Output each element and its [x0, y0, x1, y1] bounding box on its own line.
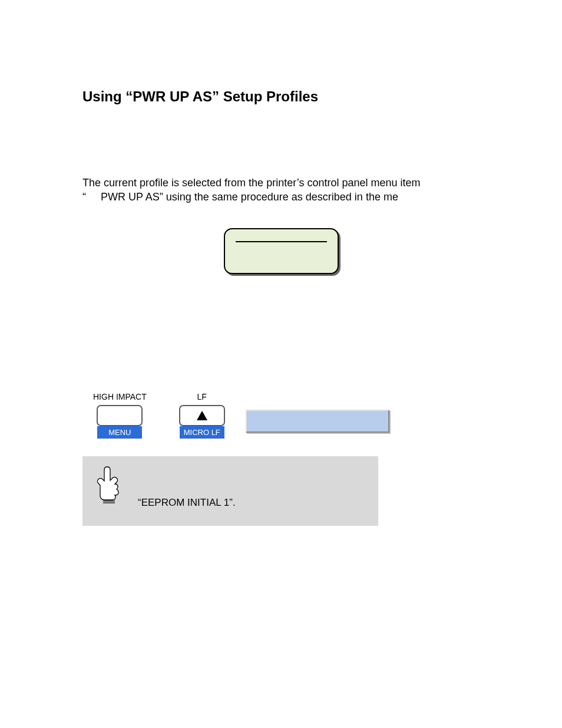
- display-divider-line: [236, 241, 327, 242]
- lf-key-group: LF MICRO LF: [179, 392, 225, 439]
- pointing-hand-icon: [94, 465, 124, 508]
- lf-label: LF: [197, 392, 207, 401]
- menu-label: MENU: [97, 426, 142, 439]
- note-box: “EEPROM INITIAL 1”.: [82, 456, 378, 526]
- body-paragraph: The current profile is selected from the…: [82, 176, 480, 205]
- menu-key-group: HIGH IMPACT MENU: [93, 392, 147, 439]
- paragraph-line-1: The current profile is selected from the…: [82, 177, 421, 189]
- menu-button[interactable]: [97, 405, 143, 426]
- micro-lf-label: MICRO LF: [180, 426, 224, 439]
- arrow-up-icon: [197, 411, 207, 420]
- lcd-readout-bar: [246, 410, 389, 433]
- lcd-display-panel: [224, 228, 339, 274]
- page-heading: Using “PWR UP AS” Setup Profiles: [82, 88, 480, 105]
- display-panel-container: [82, 228, 480, 274]
- micro-lf-button[interactable]: [179, 405, 225, 426]
- control-key-row: HIGH IMPACT MENU LF MICRO LF: [93, 392, 480, 439]
- high-impact-label: HIGH IMPACT: [93, 392, 147, 401]
- document-page: Using “PWR UP AS” Setup Profiles The cur…: [0, 0, 562, 526]
- note-text: “EEPROM INITIAL 1”.: [138, 463, 236, 509]
- lcd-bar-group: [257, 410, 389, 439]
- paragraph-line-2: “ PWR UP AS” using the same procedure as…: [82, 191, 398, 203]
